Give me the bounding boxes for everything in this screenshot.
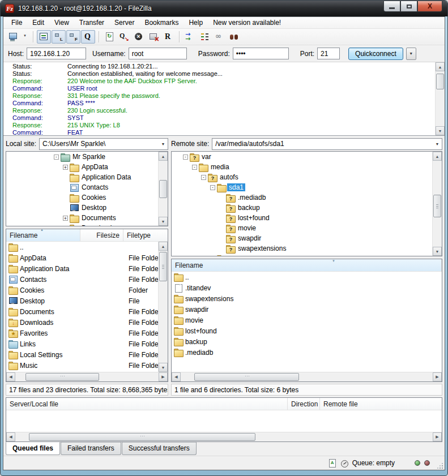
- menu-item-server[interactable]: Server: [110, 18, 139, 28]
- tree-expander[interactable]: +: [63, 226, 68, 227]
- tree-item-downloads[interactable]: + Downloads: [6, 223, 168, 226]
- tree-item-swapdir[interactable]: swapdir: [172, 233, 442, 243]
- scroll-down-button[interactable]: ▼: [436, 126, 445, 135]
- remote-list-horizontal-scrollbar[interactable]: ◀ ▶: [172, 372, 442, 381]
- scroll-up-button[interactable]: ▲: [436, 62, 445, 71]
- column-header-remote-file[interactable]: Remote file: [320, 398, 442, 410]
- tree-expander[interactable]: -: [201, 175, 206, 180]
- tree-item-cookies[interactable]: Cookies: [6, 192, 168, 203]
- file-row-swapdir[interactable]: swapdir: [172, 304, 442, 315]
- resize-grip[interactable]: [437, 463, 443, 469]
- column-header-filename[interactable]: Filename: [6, 229, 80, 241]
- toolbar-speed-limits-button[interactable]: [212, 30, 227, 44]
- tree-item-contacts[interactable]: Contacts: [6, 182, 168, 192]
- menu-item-transfer[interactable]: Transfer: [75, 18, 109, 28]
- toolbar-toggle-queue-button[interactable]: [81, 30, 95, 44]
- toolbar-process-queue-button[interactable]: [117, 30, 131, 44]
- minimize-button[interactable]: [383, 1, 400, 12]
- tree-expander[interactable]: +: [63, 216, 68, 221]
- menu-item-help[interactable]: Help: [184, 18, 207, 28]
- queue-horizontal-scrollbar[interactable]: ◀ ▶: [6, 432, 442, 441]
- menu-item-new-version-available[interactable]: New version available!: [208, 18, 285, 28]
- remote-site-combobox[interactable]: /var/media/autofs/sda1 ▼: [212, 138, 442, 150]
- scroll-left-button[interactable]: ◀: [6, 372, 15, 381]
- toolbar-cancel-operation-button[interactable]: [132, 30, 146, 44]
- toolbar-directory-comparison-button[interactable]: [183, 30, 197, 44]
- toolbar-site-manager-dropdown-button[interactable]: [21, 30, 29, 44]
- file-row-item[interactable]: ..: [6, 242, 168, 252]
- quickconnect-button[interactable]: Quickconnect: [348, 48, 403, 60]
- column-header-direction[interactable]: Direction: [288, 398, 320, 410]
- file-row-cookies[interactable]: Cookies Folder: [6, 285, 168, 295]
- scroll-right-button[interactable]: ▶: [433, 432, 442, 441]
- file-row-movie[interactable]: movie: [172, 315, 442, 325]
- tree-item-swapextensions[interactable]: swapextensions: [172, 243, 442, 254]
- scrollbar-thumb[interactable]: [436, 74, 444, 89]
- tree-item-desktop[interactable]: Desktop: [6, 203, 168, 213]
- scroll-right-button[interactable]: ▶: [159, 372, 168, 381]
- scrollbar-thumb[interactable]: [159, 252, 167, 281]
- scroll-down-button[interactable]: ▼: [159, 363, 168, 372]
- scroll-up-button[interactable]: ▲: [159, 152, 168, 161]
- file-row-item[interactable]: ..: [172, 272, 442, 282]
- tree-item-movie[interactable]: movie: [172, 223, 442, 233]
- toolbar-toggle-remote-tree-button[interactable]: [66, 30, 80, 44]
- tree-item-appdata[interactable]: + AppData: [6, 162, 168, 172]
- tree-expander[interactable]: -: [54, 155, 59, 160]
- file-row-documents[interactable]: Documents File Folder: [6, 306, 168, 317]
- toolbar-filename-filters-button[interactable]: [227, 30, 241, 44]
- column-header-filesize[interactable]: Filesize: [80, 229, 123, 241]
- scroll-right-button[interactable]: ▶: [433, 372, 442, 381]
- file-row-desktop[interactable]: Desktop File: [6, 295, 168, 306]
- scrollbar-thumb[interactable]: [29, 433, 255, 441]
- column-header-filetype[interactable]: Filetype: [123, 229, 168, 241]
- tree-item-sda1[interactable]: - sda1: [172, 182, 442, 192]
- menu-item-view[interactable]: View: [50, 18, 74, 28]
- password-input[interactable]: [233, 48, 289, 59]
- toolbar-disconnect-button[interactable]: [147, 30, 161, 44]
- file-row-appdata[interactable]: AppData File Folder: [6, 252, 168, 263]
- tree-expander[interactable]: +: [63, 165, 68, 170]
- tree-item-application-data[interactable]: Application Data: [6, 172, 168, 182]
- tree-item-backup[interactable]: backup: [172, 203, 442, 213]
- toolbar-toggle-local-tree-button[interactable]: [52, 30, 66, 44]
- scroll-down-button[interactable]: ▼: [159, 217, 168, 226]
- tree-item-media[interactable]: - media: [172, 162, 442, 172]
- combo-caret-icon[interactable]: ▼: [433, 139, 442, 149]
- toolbar-toggle-message-log-button[interactable]: [37, 30, 51, 44]
- tree-item-documents[interactable]: + Documents: [6, 213, 168, 223]
- scroll-down-button[interactable]: ▼: [433, 247, 442, 256]
- tree-expander[interactable]: -: [210, 185, 215, 190]
- file-row-music[interactable]: Music File Folder: [6, 360, 168, 371]
- close-button[interactable]: X: [417, 1, 442, 12]
- toolbar-open-site-manager-button[interactable]: [6, 30, 20, 44]
- file-row-swapextensions[interactable]: swapextensions: [172, 293, 442, 304]
- file-row-application-data[interactable]: Application Data File Folder: [6, 263, 168, 274]
- username-input[interactable]: [129, 48, 187, 59]
- port-input[interactable]: [317, 48, 340, 59]
- column-header-filename[interactable]: Filename: [172, 259, 442, 271]
- file-row-downloads[interactable]: Downloads File Folder: [6, 317, 168, 328]
- local-list-horizontal-scrollbar[interactable]: ◀ ▶: [6, 372, 168, 381]
- scrollbar-thumb[interactable]: [25, 373, 99, 381]
- quickconnect-dropdown-button[interactable]: ▼: [406, 48, 416, 60]
- menu-item-bookmarks[interactable]: Bookmarks: [140, 18, 183, 28]
- remote-tree-vertical-scrollbar[interactable]: ▲ ▼: [432, 152, 442, 256]
- scrollbar-thumb[interactable]: [433, 195, 441, 217]
- file-row-local-settings[interactable]: Local Settings File Folder: [6, 349, 168, 360]
- scroll-left-button[interactable]: ◀: [172, 372, 181, 381]
- tree-item-mediadb[interactable]: .mediadb: [172, 192, 442, 203]
- toolbar-refresh-button[interactable]: [103, 30, 117, 44]
- combo-caret-icon[interactable]: ▼: [159, 139, 168, 149]
- local-list-vertical-scrollbar[interactable]: ▲ ▼: [158, 242, 168, 372]
- menu-item-edit[interactable]: Edit: [28, 18, 49, 28]
- local-site-combobox[interactable]: C:\Users\Mr Sparkle\ ▼: [39, 138, 168, 150]
- scroll-up-button[interactable]: ▲: [433, 152, 442, 161]
- tree-item-mr-sparkle[interactable]: - Mr Sparkle: [6, 152, 168, 162]
- file-row-backup[interactable]: backup: [172, 336, 442, 347]
- tree-item-var[interactable]: - var: [172, 152, 442, 162]
- scrollbar-thumb[interactable]: [159, 180, 167, 198]
- tab-queued-files[interactable]: Queued files: [6, 442, 60, 455]
- tree-expander[interactable]: -: [183, 155, 188, 160]
- file-row-mediadb[interactable]: .mediadb: [172, 347, 442, 358]
